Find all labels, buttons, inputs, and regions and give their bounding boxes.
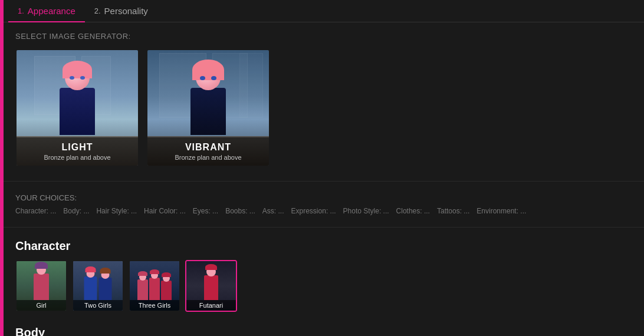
choice-environment: Environment: ... [477,207,526,215]
tab-personality-label: Personality [104,6,148,16]
char-vibrant [182,65,235,148]
choice-tattoos: Tattoos: ... [437,207,469,215]
char-light [51,65,104,148]
tabs-container: 1. Appearance 2. Personality [4,0,644,22]
divider-2 [4,227,644,228]
divider-1 [4,181,644,182]
left-accent-bar [0,0,4,336]
choice-ass: Ass: ... [262,207,284,215]
choice-expression: Expression: ... [291,207,336,215]
choice-body: Body: ... [63,207,89,215]
generator-card-vibrant[interactable]: VIBRANT Bronze plan and above [146,49,270,167]
choice-character: Character: ... [15,207,56,215]
character-section-title: Character [15,239,632,253]
tab-personality-number: 2. [94,6,101,15]
choice-eyes: Eyes: ... [193,207,218,215]
body-section-title: Body [15,326,632,336]
three-girls-label: Three Girls [130,300,179,311]
tab-appearance-number: 1. [18,6,24,15]
character-option-girl[interactable]: Girl [15,260,67,312]
tab-appearance[interactable]: 1. Appearance [8,0,85,22]
image-generator-label: SELECT IMAGE GENERATOR: [15,32,632,41]
card-vibrant-title: VIBRANT [153,142,263,153]
card-light-subtitle: Bronze plan and above [22,154,132,161]
futanari-label: Futanari [186,300,236,311]
tab-personality[interactable]: 2. Personality [85,0,157,22]
card-vibrant-overlay: VIBRANT Bronze plan and above [147,137,269,166]
character-option-two-girls[interactable]: Two Girls [72,260,124,312]
girl-label: Girl [17,300,66,311]
card-light-title: LIGHT [22,142,132,153]
choice-photo-style: Photo Style: ... [343,207,389,215]
choice-boobs: Boobs: ... [225,207,255,215]
choices-row: Character: ... Body: ... Hair Style: ...… [15,207,632,215]
two-girls-label: Two Girls [73,300,123,311]
tab-appearance-label: Appearance [28,6,75,16]
generator-cards-container: LIGHT Bronze plan and above [15,49,632,167]
character-option-three-girls[interactable]: Three Girls [129,260,180,312]
character-section: Character Girl [15,232,632,319]
character-option-futanari[interactable]: Futanari [185,260,237,312]
choice-hair-style: Hair Style: ... [96,207,137,215]
generator-card-light[interactable]: LIGHT Bronze plan and above [15,49,139,167]
your-choices-section: YOUR CHOICES: Character: ... Body: ... H… [15,186,632,222]
body-section: Body [15,319,632,336]
card-light-overlay: LIGHT Bronze plan and above [17,137,138,166]
character-options: Girl [15,260,632,312]
your-choices-label: YOUR CHOICES: [15,193,632,202]
card-vibrant-subtitle: Bronze plan and above [153,154,263,161]
choice-clothes: Clothes: ... [396,207,430,215]
choice-hair-color: Hair Color: ... [144,207,186,215]
